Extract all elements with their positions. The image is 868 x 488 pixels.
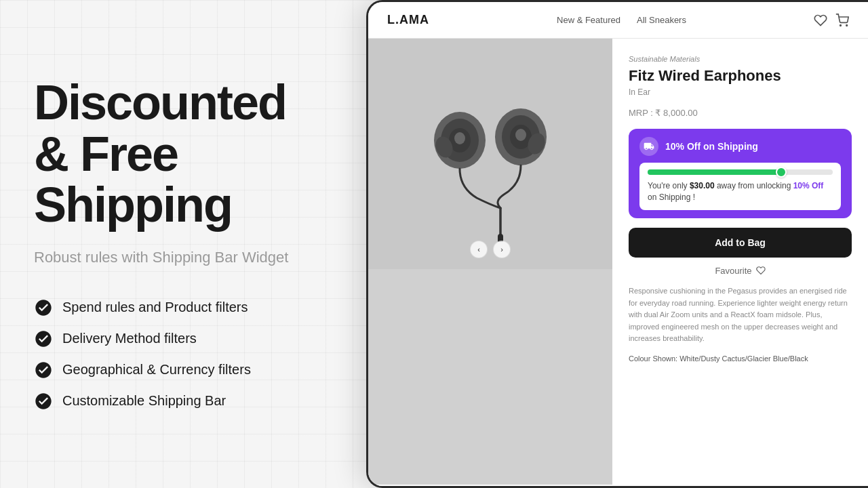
shipping-progress-container: You're only $30.00 away from unlocking 1… xyxy=(639,163,841,210)
feature-label-2: Delivery Method filters xyxy=(62,331,197,346)
feature-label-4: Customizable Shipping Bar xyxy=(62,393,226,409)
svg-point-10 xyxy=(515,129,526,141)
shipping-discount: 10% Off xyxy=(793,181,824,190)
nav-link-featured[interactable]: New & Featured xyxy=(557,15,620,25)
shipping-amount: $30.00 xyxy=(690,181,715,190)
hero-subtitle: Robust rules with Shipping Bar Widget xyxy=(34,247,305,268)
device-content: L.AMA New & Featured All Sneakers xyxy=(368,2,868,486)
check-circle-icon-1 xyxy=(34,298,53,317)
check-circle-icon-4 xyxy=(34,392,53,411)
shipping-msg-prefix: You're only xyxy=(648,181,690,190)
feature-item-3: Geographical & Currency filters xyxy=(34,361,305,380)
earphone-illustration xyxy=(402,66,578,242)
feature-list: Spend rules and Product filters Delivery… xyxy=(34,298,305,411)
shipping-msg-suffix: on Shipping ! xyxy=(648,192,695,202)
nav-links: New & Featured All Sneakers xyxy=(557,15,686,25)
product-info: Sustainable Materials Fitz Wired Earphon… xyxy=(612,39,868,485)
shipping-bar-widget: 10% Off on Shipping You're only $30.00 a… xyxy=(629,129,852,218)
add-to-bag-button[interactable]: Add to Bag xyxy=(629,228,852,258)
product-price: MRP : ₹ 8,000.00 xyxy=(629,108,852,118)
progress-bar-track xyxy=(648,169,833,175)
product-image-container: ‹ › xyxy=(368,39,612,485)
app-nav: L.AMA New & Featured All Sneakers xyxy=(368,2,868,39)
shipping-icon-circle xyxy=(639,137,658,156)
feature-item-4: Customizable Shipping Bar xyxy=(34,392,305,411)
favourite-label: Favourite xyxy=(715,266,751,276)
image-navigation: ‹ › xyxy=(470,241,511,258)
product-name: Fitz Wired Earphones xyxy=(629,67,852,85)
nav-link-sneakers[interactable]: All Sneakers xyxy=(637,15,686,25)
feature-label-3: Geographical & Currency filters xyxy=(62,362,251,378)
svg-point-0 xyxy=(840,24,842,26)
right-panel: L.AMA New & Featured All Sneakers xyxy=(339,0,868,488)
svg-point-1 xyxy=(846,24,848,26)
device-frame: L.AMA New & Featured All Sneakers xyxy=(366,0,868,488)
product-description: Responsive cushioning in the Pegasus pro… xyxy=(629,285,852,345)
colour-section: Colour Shown: White/Dusty Cactus/Glacier… xyxy=(629,354,852,363)
product-area: ‹ › Sustainable Materials Fitz Wired Ear… xyxy=(368,39,868,485)
check-circle-icon-3 xyxy=(34,361,53,380)
nav-icons xyxy=(814,14,849,27)
heart-small-icon[interactable] xyxy=(756,266,766,275)
feature-label-1: Spend rules and Product filters xyxy=(62,300,248,315)
image-prev-button[interactable]: ‹ xyxy=(470,241,488,258)
product-category: Sustainable Materials xyxy=(629,55,852,63)
svg-point-5 xyxy=(454,132,465,144)
shipping-message: You're only $30.00 away from unlocking 1… xyxy=(648,180,833,203)
app-logo: L.AMA xyxy=(387,13,429,27)
left-panel: Discounted & Free Shipping Robust rules … xyxy=(0,0,339,488)
progress-bar-fill xyxy=(648,169,781,175)
favourite-row: Favourite xyxy=(629,266,852,276)
bag-icon[interactable] xyxy=(835,14,849,27)
truck-icon xyxy=(644,141,654,152)
hero-title: Discounted & Free Shipping xyxy=(34,77,305,231)
shipping-msg-mid: away from unlocking xyxy=(715,181,793,190)
feature-item-2: Delivery Method filters xyxy=(34,329,305,348)
shipping-bar-title: 10% Off on Shipping xyxy=(665,141,758,152)
feature-item-1: Spend rules and Product filters xyxy=(34,298,305,317)
product-image-bg: ‹ › xyxy=(368,39,612,269)
product-type: In Ear xyxy=(629,87,852,97)
heart-icon[interactable] xyxy=(814,14,827,27)
progress-bar-thumb xyxy=(776,167,787,178)
check-circle-icon-2 xyxy=(34,329,53,348)
image-next-button[interactable]: › xyxy=(493,241,511,258)
shipping-bar-header: 10% Off on Shipping xyxy=(639,137,841,156)
